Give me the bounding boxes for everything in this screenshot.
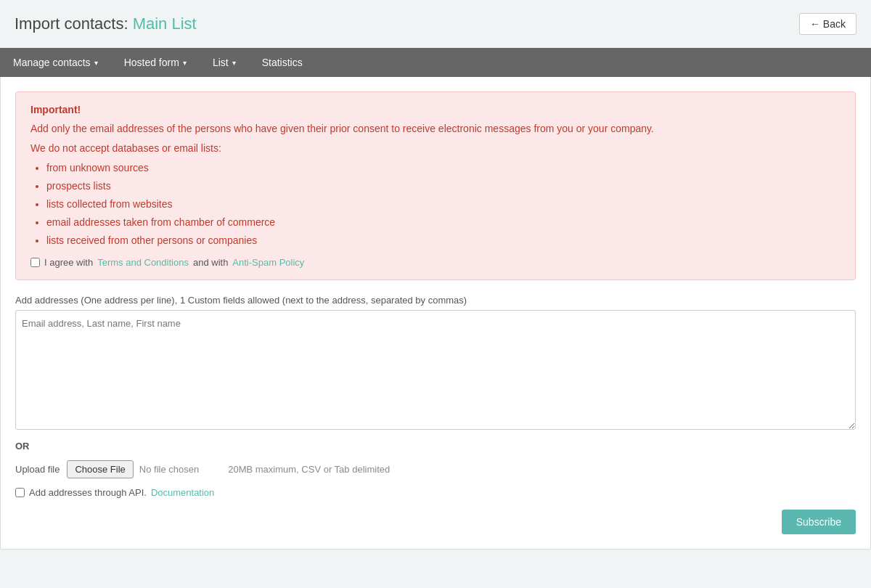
- nav-label-list: List: [213, 57, 229, 68]
- nav-label-hosted-form: Hosted form: [124, 57, 179, 68]
- title-static: Import contacts:: [15, 15, 128, 33]
- nav-label-manage-contacts: Manage contacts: [13, 57, 91, 68]
- sidebar-item-list[interactable]: List ▾: [200, 48, 249, 77]
- documentation-link[interactable]: Documentation: [151, 487, 214, 498]
- page-header: Import contacts: Main List ← Back: [0, 0, 871, 48]
- choose-file-button[interactable]: Choose File: [67, 460, 133, 478]
- subscribe-button[interactable]: Subscribe: [782, 510, 856, 534]
- list-item: lists collected from websites: [46, 197, 841, 212]
- nav-label-statistics: Statistics: [262, 57, 303, 68]
- address-section-label: Add addresses (One address per line), 1 …: [15, 295, 856, 306]
- agree-row: I agree with Terms and Conditions and wi…: [30, 257, 841, 268]
- file-limit-text: 20MB maximum, CSV or Tab delimited: [228, 464, 390, 475]
- no-file-text: No file chosen: [139, 464, 199, 475]
- upload-row: Upload file Choose File No file chosen 2…: [15, 460, 856, 478]
- api-checkbox[interactable]: [15, 488, 25, 497]
- caret-icon-hosted-form: ▾: [183, 59, 187, 67]
- list-item: prospects lists: [46, 179, 841, 194]
- main-content: Important! Add only the email addresses …: [0, 77, 871, 550]
- sidebar-item-hosted-form[interactable]: Hosted form ▾: [111, 48, 200, 77]
- sidebar-item-manage-contacts[interactable]: Manage contacts ▾: [0, 48, 111, 77]
- api-label: Add addresses through API.: [29, 487, 147, 498]
- file-input-wrapper: Choose File No file chosen: [67, 460, 199, 478]
- subscribe-row: Subscribe: [15, 510, 856, 534]
- antispam-link[interactable]: Anti-Spam Policy: [232, 257, 304, 268]
- terms-link[interactable]: Terms and Conditions: [97, 257, 189, 268]
- agree-label: I agree with: [44, 257, 93, 268]
- important-line1: Add only the email addresses of the pers…: [30, 121, 841, 136]
- important-box: Important! Add only the email addresses …: [15, 91, 856, 280]
- upload-label: Upload file: [15, 464, 60, 475]
- agree-checkbox[interactable]: [30, 258, 40, 267]
- important-line2: We do not accept databases or email list…: [30, 141, 841, 156]
- list-item: email addresses taken from chamber of co…: [46, 215, 841, 230]
- title-accent: Main List: [133, 15, 197, 33]
- caret-icon-list: ▾: [232, 59, 236, 67]
- nav-bar: Manage contacts ▾ Hosted form ▾ List ▾ S…: [0, 48, 871, 77]
- api-row: Add addresses through API. Documentation: [15, 487, 856, 498]
- address-section: Add addresses (One address per line), 1 …: [15, 295, 856, 432]
- caret-icon-manage-contacts: ▾: [94, 59, 98, 67]
- address-textarea[interactable]: [15, 310, 856, 430]
- and-with-text: and with: [193, 257, 228, 268]
- list-item: from unknown sources: [46, 160, 841, 176]
- page-title: Import contacts: Main List: [15, 15, 197, 33]
- or-divider: OR: [15, 441, 856, 452]
- sidebar-item-statistics[interactable]: Statistics: [249, 48, 316, 77]
- back-button[interactable]: ← Back: [799, 13, 856, 35]
- important-list: from unknown sources prospects lists lis…: [30, 160, 841, 248]
- list-item: lists received from other persons or com…: [46, 233, 841, 248]
- important-title: Important!: [30, 104, 841, 115]
